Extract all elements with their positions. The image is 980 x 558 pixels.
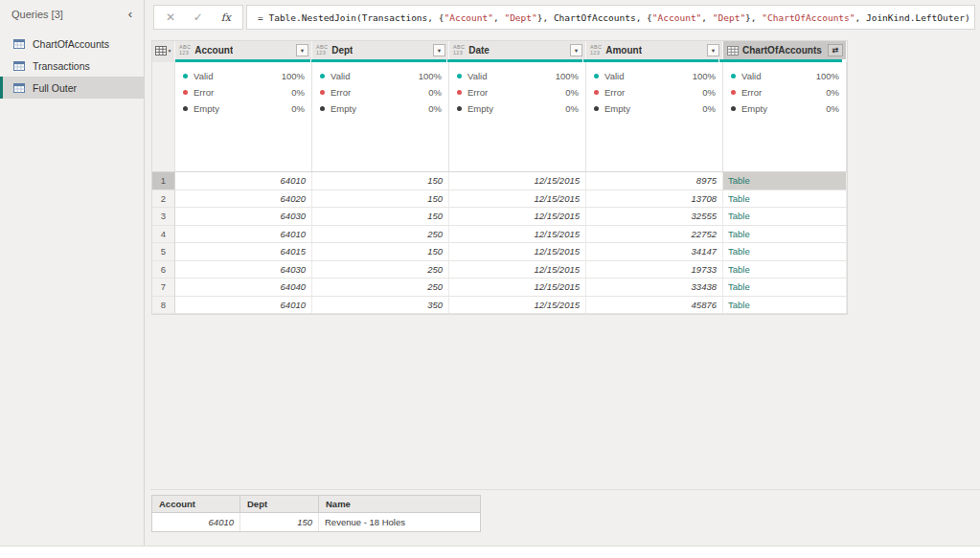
query-item-label: ChartOfAccounts [33,38,109,50]
cell-dept[interactable]: 150 [312,190,449,209]
column-stats-date: Valid100%Error0%Empty0% [449,62,586,171]
stat-percent: 0% [428,87,442,98]
cell-amount[interactable]: 32555 [586,208,723,226]
stat-percent: 100% [419,71,442,81]
stat-percent: 100% [556,71,579,81]
collapse-pane-icon[interactable]: ‹ [128,10,132,19]
cell-amount[interactable]: 34147 [586,243,723,261]
cell-date[interactable]: 12/15/2015 [449,190,586,209]
column-header-chartofaccounts[interactable]: ChartOfAccounts⇄ [723,41,847,59]
empty-dot-icon [457,106,462,111]
cell-amount[interactable]: 33438 [586,279,723,297]
cell-dept[interactable]: 250 [312,261,449,279]
formula-input[interactable]: = Table.NestedJoin(Transactions, {"Accou… [246,5,975,30]
row-number[interactable]: 4 [152,226,175,244]
grid-header-row: ▼ABC123Account▼ABC123Dept▼ABC123Date▼ABC… [152,41,847,59]
cell-date[interactable]: 12/15/2015 [449,208,586,226]
stat-valid: Valid100% [457,68,579,84]
cell-chartofaccounts[interactable]: Table [723,279,847,297]
cell-dept[interactable]: 150 [312,208,449,226]
cell-chartofaccounts[interactable]: Table [723,190,847,209]
cell-amount[interactable]: 8975 [586,172,723,190]
cell-dept[interactable]: 250 [312,279,449,297]
cell-date[interactable]: 12/15/2015 [449,243,586,261]
cell-chartofaccounts[interactable]: Table [723,226,847,244]
abc-123-icon: ABC123 [590,45,602,56]
filter-dropdown-icon[interactable]: ▼ [707,44,719,56]
valid-dot-icon [320,74,325,78]
cell-date[interactable]: 12/15/2015 [449,226,586,244]
stat-percent: 0% [826,103,839,114]
stat-error: Error0% [320,84,442,100]
fx-icon[interactable]: fx [221,11,231,24]
column-name: Date [468,45,490,56]
filter-dropdown-icon[interactable]: ▼ [296,44,308,56]
cell-amount[interactable]: 19733 [586,261,723,279]
query-item-label: Transactions [33,60,90,72]
stat-label: Error [741,87,826,98]
column-name: ChartOfAccounts [742,45,822,56]
cell-dept[interactable]: 150 [312,172,449,190]
stat-label: Error [194,87,291,98]
row-number[interactable]: 6 [152,261,175,279]
row-number[interactable]: 8 [152,297,175,315]
query-item-transactions[interactable]: Transactions [0,55,144,77]
confirm-formula-icon[interactable]: ✓ [194,11,203,24]
cell-chartofaccounts[interactable]: Table [723,172,847,190]
query-item-full-outer[interactable]: Full Outer [0,77,144,99]
cell-dept[interactable]: 250 [312,226,449,244]
cell-chartofaccounts[interactable]: Table [723,261,847,279]
cell-account[interactable]: 64040 [175,279,312,297]
row-number[interactable]: 7 [152,279,175,297]
cell-account[interactable]: 64030 [175,261,312,279]
abc-123-icon: ABC123 [316,45,328,56]
cell-chartofaccounts[interactable]: Table [723,297,847,315]
cell-dept[interactable]: 150 [312,243,449,261]
row-number[interactable]: 2 [152,190,175,209]
cell-dept[interactable]: 350 [312,297,449,315]
row-number[interactable]: 1 [152,172,175,190]
column-header-account[interactable]: ABC123Account▼ [175,41,312,59]
cell-account[interactable]: 64010 [175,297,312,315]
column-stats-chartofaccounts: Valid100%Error0%Empty0% [723,62,847,171]
cell-chartofaccounts[interactable]: Table [723,208,847,226]
cell-date[interactable]: 12/15/2015 [449,297,586,315]
preview-pane-divider[interactable] [150,489,980,490]
cell-account[interactable]: 64030 [175,208,312,226]
cell-amount[interactable]: 45876 [586,297,723,315]
error-dot-icon [594,90,599,95]
filter-dropdown-icon[interactable]: ▼ [433,44,445,56]
valid-dot-icon [731,74,736,78]
cell-account[interactable]: 64015 [175,243,312,261]
row-number[interactable]: 5 [152,243,175,261]
cell-amount[interactable]: 13708 [586,190,723,209]
cancel-formula-icon[interactable]: ✕ [166,11,175,24]
sidebar-header: Queries [3] ‹ [0,0,144,24]
cell-amount[interactable]: 22752 [586,226,723,244]
column-header-dept[interactable]: ABC123Dept▼ [312,41,449,59]
stat-percent: 0% [565,103,579,114]
filter-dropdown-icon[interactable]: ▼ [570,44,582,56]
stat-percent: 0% [702,87,716,98]
formula-buttons: ✕ ✓ fx [153,5,243,30]
select-all-corner[interactable]: ▼ [152,41,175,59]
cell-chartofaccounts[interactable]: Table [723,243,847,261]
cell-account[interactable]: 64010 [175,172,312,190]
valid-dot-icon [594,74,599,78]
column-header-date[interactable]: ABC123Date▼ [449,41,586,59]
cell-date[interactable]: 12/15/2015 [449,172,586,190]
cell-date[interactable]: 12/15/2015 [449,279,586,297]
query-item-chartofaccounts[interactable]: ChartOfAccounts [0,33,144,55]
cell-account[interactable]: 64020 [175,190,312,209]
stat-error: Error0% [183,84,305,100]
cell-account[interactable]: 64010 [175,226,312,244]
preview-cell-account: 64010 [152,513,240,531]
column-stats-row: Valid100%Error0%Empty0%Valid100%Error0%E… [152,62,847,172]
expand-column-icon[interactable]: ⇄ [828,44,843,56]
stat-label: Valid [194,71,282,81]
column-header-amount[interactable]: ABC123Amount▼ [586,41,723,59]
stats-gutter [152,62,175,171]
cell-date[interactable]: 12/15/2015 [449,261,586,279]
table-row: 36403015012/15/201532555Table [152,208,847,226]
row-number[interactable]: 3 [152,208,175,226]
